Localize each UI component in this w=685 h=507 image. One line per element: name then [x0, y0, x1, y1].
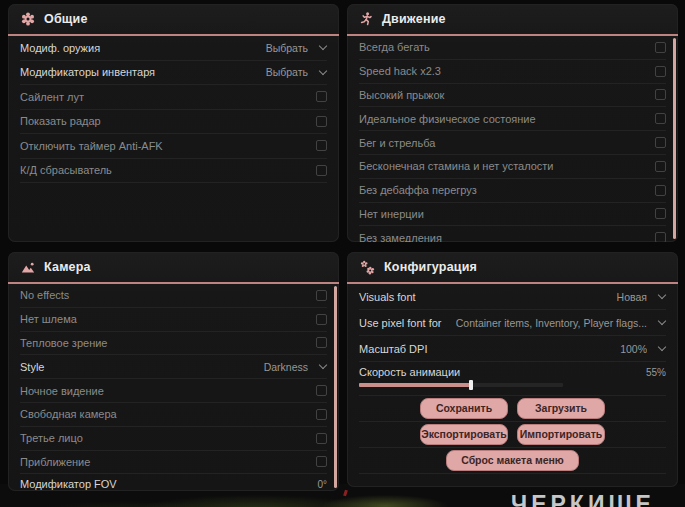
setting-row: Приближение	[20, 451, 327, 475]
panel-camera-header[interactable]: Камера	[8, 252, 339, 284]
panel-config: Конфигурация Visuals fontНоваяUse pixel …	[347, 252, 678, 487]
setting-label: Без замедления	[359, 232, 442, 242]
checkbox[interactable]	[316, 456, 327, 467]
runner-icon	[360, 12, 373, 26]
setting-label: Высокий прыжок	[359, 89, 444, 101]
button-row: Сброс макета меню	[359, 448, 666, 474]
load-button[interactable]: Загрузить	[517, 398, 605, 418]
setting-row: Всегда бегать	[359, 36, 666, 60]
photo-icon	[21, 261, 35, 274]
save-button[interactable]: Сохранить	[420, 398, 508, 418]
setting-row: Тепловое зрение	[20, 332, 327, 356]
checkbox[interactable]	[316, 165, 327, 176]
slider-track[interactable]	[359, 383, 563, 387]
setting-label: Speed hack x2.3	[359, 65, 441, 77]
setting-label: Всегда бегать	[359, 41, 430, 53]
dropdown[interactable]: Darkness	[264, 361, 327, 373]
panel-title: Движение	[382, 12, 446, 26]
checkbox[interactable]	[316, 116, 327, 127]
setting-row: Speed hack x2.3	[359, 60, 666, 84]
setting-label: Бесконечная стамина и нет усталости	[359, 160, 554, 172]
settings-list: Модиф. оружияВыбратьМодификаторы инвента…	[8, 36, 339, 183]
setting-label: Модификаторы инвентаря	[20, 66, 155, 78]
setting-row: Показать радар	[20, 110, 327, 135]
gear-flower-icon	[21, 12, 35, 26]
slider-value: 0°	[317, 479, 327, 490]
setting-row: Свободная камера	[20, 403, 327, 427]
dropdown-value: Выбрать	[266, 66, 308, 78]
setting-label: Приближение	[20, 456, 90, 468]
checkbox[interactable]	[655, 232, 666, 242]
checkbox[interactable]	[316, 290, 327, 301]
dropdown-value: Darkness	[264, 361, 308, 373]
chevron-down-icon	[319, 42, 327, 50]
checkbox[interactable]	[316, 409, 327, 420]
dropdown-value: 100%	[620, 343, 647, 355]
scrollbar[interactable]	[673, 38, 676, 239]
checkbox[interactable]	[655, 89, 666, 100]
import-button[interactable]: Импортировать	[517, 424, 605, 444]
slider-handle[interactable]	[469, 380, 473, 390]
checkbox[interactable]	[316, 433, 327, 444]
checkbox[interactable]	[655, 208, 666, 219]
panel-config-header[interactable]: Конфигурация	[347, 252, 678, 284]
setting-row: Без замедления	[359, 226, 666, 242]
slider-row: Скорость анимации55%	[359, 362, 666, 396]
setting-label: Use pixel font for	[359, 317, 442, 329]
checkbox[interactable]	[655, 185, 666, 196]
checkbox[interactable]	[655, 161, 666, 172]
checkbox[interactable]	[655, 66, 666, 77]
checkbox[interactable]	[316, 314, 327, 325]
setting-row: Масштаб DPI100%	[359, 336, 666, 362]
setting-label: Сайлент лут	[20, 91, 84, 103]
slider-row: Модификатор FOV0°	[20, 474, 327, 491]
checkbox[interactable]	[655, 137, 666, 148]
chevron-down-icon	[319, 361, 327, 369]
dropdown[interactable]: Container items, Inventory, Player flags…	[456, 317, 666, 329]
setting-label: Visuals font	[359, 291, 416, 303]
panel-movement-header[interactable]: Движение	[347, 4, 678, 36]
panel-title: Конфигурация	[384, 260, 477, 274]
slider-value: 55%	[646, 367, 666, 378]
setting-label: Style	[20, 361, 44, 373]
button-row: Экспортировать Импортировать	[359, 422, 666, 448]
setting-label: Модиф. оружия	[20, 42, 100, 54]
setting-label: Скорость анимации	[359, 366, 460, 378]
watermark-text: ЧЕРКИШЕ	[511, 491, 655, 507]
dropdown[interactable]: Новая	[617, 291, 666, 303]
dropdown-value: Container items, Inventory, Player flags…	[456, 317, 647, 329]
setting-label: Идеальное физическое состояние	[359, 113, 536, 125]
checkbox[interactable]	[316, 91, 327, 102]
settings-list: No effectsНет шлемаТепловое зрениеStyleD…	[8, 284, 339, 491]
setting-label: Без дебаффа перегруз	[359, 184, 477, 196]
export-button[interactable]: Экспортировать	[420, 424, 508, 444]
checkbox[interactable]	[655, 42, 666, 53]
panel-general-header[interactable]: Общие	[8, 4, 339, 36]
dropdown[interactable]: Выбрать	[266, 66, 327, 78]
gears-icon	[360, 260, 375, 275]
chevron-down-icon	[319, 67, 327, 75]
chevron-down-icon	[658, 291, 666, 299]
setting-row: Отключить таймер Anti-AFK	[20, 134, 327, 159]
setting-row: Сайлент лут	[20, 85, 327, 110]
panel-title: Камера	[44, 260, 91, 274]
setting-label: Модификатор FOV	[20, 478, 117, 490]
setting-row: Модификаторы инвентаряВыбрать	[20, 61, 327, 86]
checkbox[interactable]	[316, 337, 327, 348]
setting-label: Свободная камера	[20, 408, 117, 420]
dropdown-value: Новая	[617, 291, 647, 303]
setting-row: Нет шлема	[20, 308, 327, 332]
setting-label: Ночное видение	[20, 385, 104, 397]
dropdown[interactable]: Выбрать	[266, 42, 327, 54]
checkbox[interactable]	[655, 113, 666, 124]
checkbox[interactable]	[316, 385, 327, 396]
reset-menu-layout-button[interactable]: Сброс макета меню	[446, 450, 579, 470]
scrollbar[interactable]	[334, 286, 337, 488]
setting-row: Visuals fontНовая	[359, 284, 666, 310]
dropdown[interactable]: 100%	[620, 343, 666, 355]
setting-row: К/Д сбрасыватель	[20, 159, 327, 184]
checkbox[interactable]	[316, 140, 327, 151]
panel-camera: Камера No effectsНет шлемаТепловое зрени…	[8, 252, 339, 491]
setting-label: Отключить таймер Anti-AFK	[20, 140, 163, 152]
setting-row: Бесконечная стамина и нет усталости	[359, 155, 666, 179]
